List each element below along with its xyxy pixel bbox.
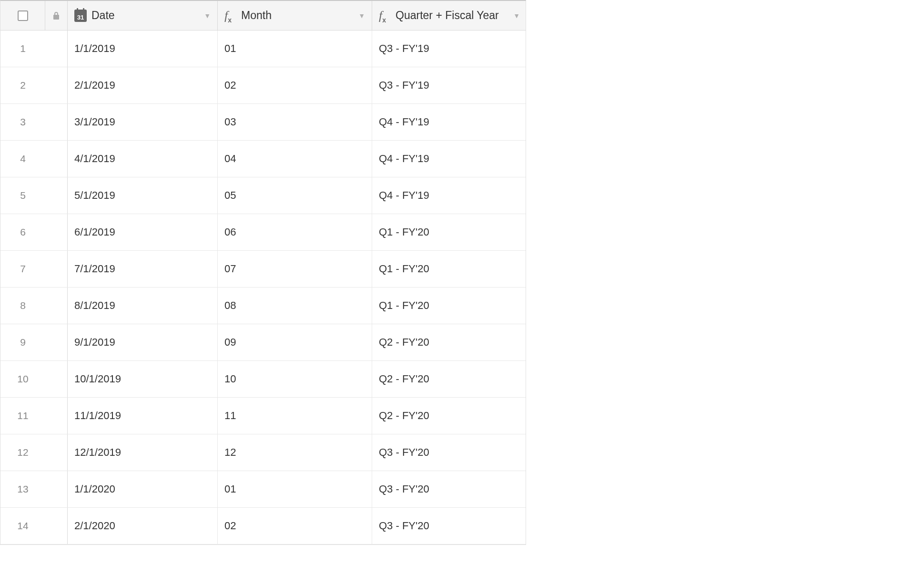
month-cell[interactable]: 11: [218, 398, 372, 434]
table-row[interactable]: 11/1/201901Q3 - FY'19: [0, 31, 526, 67]
chevron-down-icon[interactable]: ▼: [513, 12, 520, 20]
month-cell[interactable]: 07: [218, 251, 372, 287]
quarter-cell[interactable]: Q2 - FY'20: [372, 324, 527, 360]
month-cell[interactable]: 04: [218, 141, 372, 177]
quarter-cell[interactable]: Q1 - FY'20: [372, 251, 527, 287]
date-cell[interactable]: 3/1/2019: [67, 104, 218, 140]
formula-icon: fx: [224, 9, 235, 23]
table-row[interactable]: 22/1/201902Q3 - FY'19: [0, 67, 526, 104]
lock-cell: [45, 398, 67, 434]
row-number[interactable]: 3: [0, 104, 45, 140]
lock-cell: [45, 141, 67, 177]
quarter-cell[interactable]: Q2 - FY'20: [372, 361, 527, 397]
month-cell[interactable]: 09: [218, 324, 372, 360]
table-row[interactable]: 88/1/201908Q1 - FY'20: [0, 288, 526, 324]
quarter-cell[interactable]: Q1 - FY'20: [372, 214, 527, 250]
date-cell[interactable]: 7/1/2019: [67, 251, 218, 287]
quarter-cell[interactable]: Q3 - FY'20: [372, 508, 527, 544]
row-number[interactable]: 5: [0, 177, 45, 214]
calendar-icon: 31: [74, 10, 87, 22]
date-cell[interactable]: 1/1/2019: [67, 31, 218, 67]
select-all-cell[interactable]: [0, 1, 45, 30]
month-cell[interactable]: 10: [218, 361, 372, 397]
row-number[interactable]: 13: [0, 471, 45, 507]
chevron-down-icon[interactable]: ▼: [204, 12, 211, 20]
table-row[interactable]: 1010/1/201910Q2 - FY'20: [0, 361, 526, 398]
quarter-cell[interactable]: Q4 - FY'19: [372, 141, 527, 177]
quarter-cell[interactable]: Q3 - FY'20: [372, 434, 527, 471]
table-row[interactable]: 33/1/201903Q4 - FY'19: [0, 104, 526, 141]
row-number[interactable]: 4: [0, 141, 45, 177]
lock-cell: [45, 324, 67, 360]
lock-cell: [45, 288, 67, 324]
quarter-cell[interactable]: Q1 - FY'20: [372, 288, 527, 324]
quarter-cell[interactable]: Q2 - FY'20: [372, 398, 527, 434]
table-row[interactable]: 77/1/201907Q1 - FY'20: [0, 251, 526, 288]
month-cell[interactable]: 01: [218, 31, 372, 67]
table-header-row: 31 Date ▼ fx Month ▼ fx Quarter + Fiscal…: [0, 1, 526, 31]
row-number[interactable]: 12: [0, 434, 45, 471]
month-cell[interactable]: 02: [218, 67, 372, 103]
table-row[interactable]: 131/1/202001Q3 - FY'20: [0, 471, 526, 508]
formula-icon: fx: [379, 9, 390, 23]
quarter-cell[interactable]: Q4 - FY'19: [372, 177, 527, 214]
table-row[interactable]: 44/1/201904Q4 - FY'19: [0, 141, 526, 177]
table-row[interactable]: 55/1/201905Q4 - FY'19: [0, 177, 526, 214]
row-number[interactable]: 10: [0, 361, 45, 397]
lock-cell: [45, 67, 67, 103]
table-row[interactable]: 99/1/201909Q2 - FY'20: [0, 324, 526, 361]
column-header-month[interactable]: fx Month ▼: [218, 1, 372, 30]
table-row[interactable]: 66/1/201906Q1 - FY'20: [0, 214, 526, 251]
select-all-checkbox[interactable]: [18, 10, 28, 21]
lock-cell: [45, 251, 67, 287]
month-cell[interactable]: 05: [218, 177, 372, 214]
month-cell[interactable]: 06: [218, 214, 372, 250]
column-header-date[interactable]: 31 Date ▼: [67, 1, 218, 30]
table-body: 11/1/201901Q3 - FY'1922/1/201902Q3 - FY'…: [0, 31, 526, 544]
row-number[interactable]: 2: [0, 67, 45, 103]
date-cell[interactable]: 6/1/2019: [67, 214, 218, 250]
column-label: Quarter + Fiscal Year: [396, 9, 499, 22]
lock-cell: [45, 214, 67, 250]
date-cell[interactable]: 10/1/2019: [67, 361, 218, 397]
lock-cell: [45, 508, 67, 544]
lock-cell: [45, 361, 67, 397]
row-number[interactable]: 11: [0, 398, 45, 434]
lock-cell: [45, 434, 67, 471]
quarter-cell[interactable]: Q4 - FY'19: [372, 104, 527, 140]
table-row[interactable]: 142/1/202002Q3 - FY'20: [0, 508, 526, 544]
date-cell[interactable]: 2/1/2020: [67, 508, 218, 544]
row-number[interactable]: 9: [0, 324, 45, 360]
date-cell[interactable]: 1/1/2020: [67, 471, 218, 507]
date-cell[interactable]: 2/1/2019: [67, 67, 218, 103]
lock-cell: [45, 471, 67, 507]
month-cell[interactable]: 01: [218, 471, 372, 507]
month-cell[interactable]: 03: [218, 104, 372, 140]
column-label: Date: [91, 9, 115, 22]
lock-icon: [52, 11, 60, 20]
chevron-down-icon[interactable]: ▼: [358, 12, 365, 20]
table-row[interactable]: 1111/1/201911Q2 - FY'20: [0, 398, 526, 434]
month-cell[interactable]: 02: [218, 508, 372, 544]
date-cell[interactable]: 8/1/2019: [67, 288, 218, 324]
date-cell[interactable]: 11/1/2019: [67, 398, 218, 434]
lock-column-header[interactable]: [45, 1, 67, 30]
date-cell[interactable]: 4/1/2019: [67, 141, 218, 177]
column-header-quarter[interactable]: fx Quarter + Fiscal Year ▼: [372, 1, 527, 30]
row-number[interactable]: 8: [0, 288, 45, 324]
column-label: Month: [241, 9, 272, 22]
date-cell[interactable]: 9/1/2019: [67, 324, 218, 360]
quarter-cell[interactable]: Q3 - FY'19: [372, 31, 527, 67]
date-cell[interactable]: 5/1/2019: [67, 177, 218, 214]
row-number[interactable]: 6: [0, 214, 45, 250]
month-cell[interactable]: 12: [218, 434, 372, 471]
quarter-cell[interactable]: Q3 - FY'19: [372, 67, 527, 103]
table-row[interactable]: 1212/1/201912Q3 - FY'20: [0, 434, 526, 471]
row-number[interactable]: 7: [0, 251, 45, 287]
date-cell[interactable]: 12/1/2019: [67, 434, 218, 471]
row-number[interactable]: 14: [0, 508, 45, 544]
lock-cell: [45, 31, 67, 67]
row-number[interactable]: 1: [0, 31, 45, 67]
month-cell[interactable]: 08: [218, 288, 372, 324]
quarter-cell[interactable]: Q3 - FY'20: [372, 471, 527, 507]
